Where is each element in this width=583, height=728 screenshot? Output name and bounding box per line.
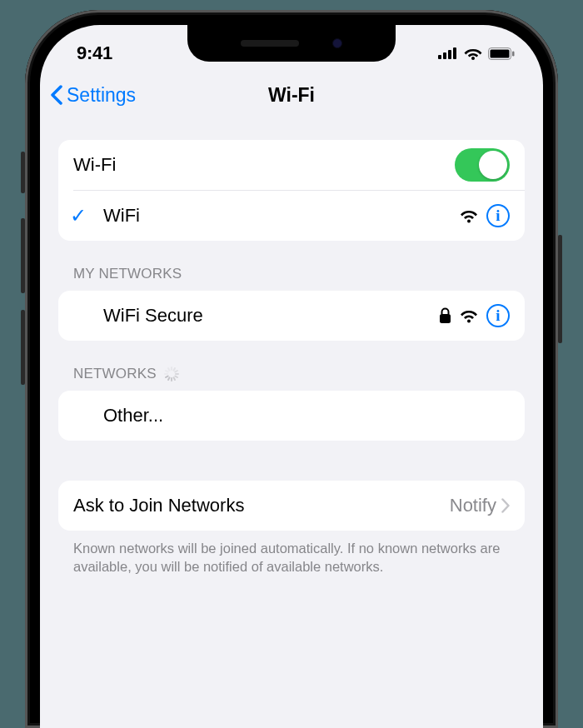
page-title: Wi-Fi (268, 84, 315, 107)
speaker-grille (241, 40, 299, 47)
wifi-toggle-switch[interactable] (455, 148, 510, 182)
my-networks-group: MY NETWORKS WiFi Secure (58, 266, 525, 341)
other-network-label: Other... (73, 405, 510, 426)
wifi-status-icon (464, 47, 482, 60)
svg-point-8 (467, 219, 471, 222)
svg-rect-1 (443, 52, 446, 59)
svg-rect-3 (453, 47, 456, 59)
back-label: Settings (67, 84, 136, 107)
checkmark-icon: ✓ (70, 204, 87, 227)
my-networks-header: MY NETWORKS (58, 266, 525, 291)
spinner-icon (163, 366, 178, 381)
status-indicators (438, 47, 515, 60)
back-button[interactable]: Settings (50, 84, 136, 107)
wifi-signal-icon (460, 209, 478, 223)
screen: 9:41 (40, 25, 543, 728)
volume-up (21, 218, 25, 293)
volume-down (21, 310, 25, 385)
battery-icon (488, 47, 515, 60)
wifi-toggle-row[interactable]: Wi-Fi (58, 140, 525, 190)
ask-join-label: Ask to Join Networks (73, 495, 450, 516)
networks-header-text: NETWORKS (73, 366, 157, 382)
lock-icon (439, 307, 451, 324)
ask-join-footer: Known networks will be joined automatica… (58, 531, 525, 576)
connected-network-row[interactable]: ✓ WiFi i (58, 191, 525, 241)
connected-network-name: WiFi (73, 205, 460, 227)
wifi-group: Wi-Fi ✓ WiFi (58, 140, 525, 241)
ask-join-value: Notify (450, 495, 496, 516)
ask-join-group: Ask to Join Networks Notify Known networ… (58, 481, 525, 576)
svg-rect-9 (440, 314, 451, 323)
info-button[interactable]: i (486, 204, 510, 227)
svg-rect-6 (491, 49, 510, 57)
chevron-right-icon (501, 498, 510, 513)
notch (187, 25, 396, 62)
mute-switch (21, 152, 25, 193)
networks-group: NETWORKS (58, 366, 525, 441)
wifi-toggle-label: Wi-Fi (73, 154, 455, 176)
toggle-knob (479, 151, 507, 179)
front-camera (332, 38, 342, 48)
wifi-signal-icon (460, 309, 478, 323)
saved-network-row[interactable]: WiFi Secure i (58, 291, 525, 341)
saved-network-name: WiFi Secure (73, 305, 439, 327)
phone-frame: 9:41 (25, 10, 558, 728)
status-time: 9:41 (77, 42, 112, 64)
svg-point-10 (467, 319, 471, 322)
other-network-row[interactable]: Other... (58, 391, 525, 441)
nav-bar: Settings Wi-Fi (40, 72, 543, 118)
ask-join-row[interactable]: Ask to Join Networks Notify (58, 481, 525, 531)
networks-header: NETWORKS (58, 366, 525, 391)
power-button (558, 235, 562, 343)
svg-rect-2 (448, 50, 451, 59)
info-button[interactable]: i (486, 304, 510, 327)
svg-point-4 (471, 57, 475, 60)
svg-rect-7 (512, 51, 515, 56)
cellular-icon (438, 47, 458, 59)
svg-rect-0 (438, 55, 441, 59)
chevron-left-icon (50, 85, 63, 105)
